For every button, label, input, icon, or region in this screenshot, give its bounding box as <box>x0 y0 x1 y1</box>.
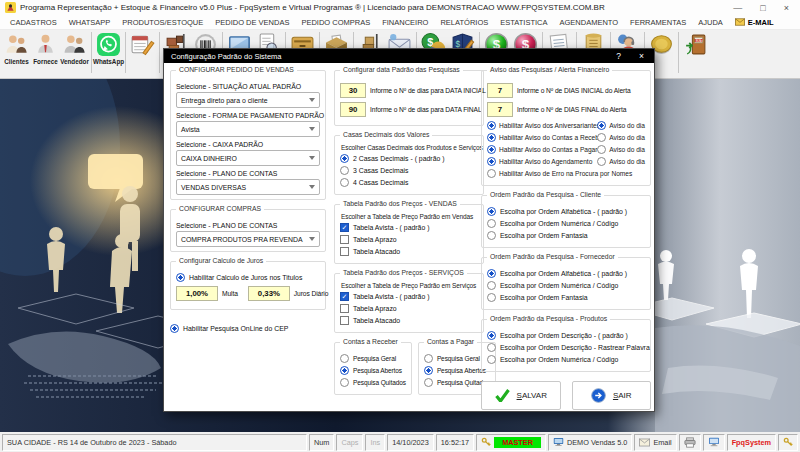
menu-item-financeiro[interactable]: FINANCEIRO <box>376 18 434 27</box>
menu-item-estatistica[interactable]: ESTATISTICA <box>494 18 553 27</box>
radio-escolha-por-ordem-num-rica-c-digo[interactable]: Escolha por Ordem Numérica / Código <box>487 355 645 364</box>
checkbox-tabela-atacado[interactable]: Tabela Atacado <box>340 247 478 256</box>
dropdown-selecione-situa-o-atual-padr-o[interactable]: Entrega direto para o cliente <box>176 92 320 108</box>
radio-control <box>487 145 496 154</box>
radio-escolha-por-ordem-num-rica-c-digo[interactable]: Escolha por Ordem Numérica / Código <box>487 219 645 228</box>
juros-diario-field[interactable]: 0,33% <box>248 286 290 301</box>
option-label: Escolha por Ordem Numérica / Código <box>500 282 618 289</box>
group-aviso-pesquisas: Aviso das Pesquisas / Alerta Financeiro … <box>481 70 651 186</box>
option-label: Tabela Avista - ( padrão ) <box>353 224 429 231</box>
toolbar-button-clients[interactable]: Clientes <box>2 30 31 65</box>
check-control <box>340 316 349 325</box>
sair-button[interactable]: SAIR <box>572 381 652 410</box>
dropdown-selecione-plano-de-contas[interactable]: VENDAS DIVERSAS <box>176 179 320 195</box>
radio-pesquisa-abertos[interactable]: Pesquisa Abertos <box>340 366 406 375</box>
radio-habilitar-aviso-do-contas-a-receber[interactable]: Habilitar Aviso do Contas a Receber <box>487 133 597 142</box>
toolbar-button-label: Clientes <box>4 58 29 65</box>
dropdown-selecione-plano-de-contas[interactable]: COMPRA PRODUTOS PRA REVENDA <box>176 231 320 247</box>
status-remote[interactable] <box>703 434 725 451</box>
radio-aviso-do-dia[interactable]: Aviso do dia <box>597 121 645 130</box>
menu-item-pedido-de-vendas[interactable]: PEDIDO DE VENDAS <box>209 18 295 27</box>
radio-3-casas-decimais[interactable]: 3 Casas Decimais <box>340 166 478 175</box>
dialog-close-button[interactable]: × <box>639 51 644 61</box>
menu-item-agendamento[interactable]: AGENDAMENTO <box>553 18 624 27</box>
dropdown-selecione-caixa-padr-o[interactable]: CAIXA DINHEIRO <box>176 150 320 166</box>
number-field[interactable]: 7 <box>487 83 513 98</box>
radio-escolha-por-ordem-alfab-tica-padr-o[interactable]: Escolha por Ordem Alfabética - ( padrão … <box>487 207 645 216</box>
status-printer[interactable] <box>679 434 701 451</box>
group-data-padrao-pesquisas: Configurar data Padrão das Pesquisas 30I… <box>334 70 484 126</box>
menu-item-ferramentas[interactable]: FERRAMENTAS <box>624 18 692 27</box>
multa-field[interactable]: 1,00% <box>176 286 218 301</box>
field-row: 30Informe o Nº de dias para DATA INICIAL <box>340 83 478 98</box>
group-tabela-precos-servicos: Tabela Padrão dos Preços - SERVIÇOS Esco… <box>334 273 484 333</box>
radio-control <box>487 331 496 340</box>
checkbox-tabela-aprazo[interactable]: Tabela Aprazo <box>340 235 478 244</box>
toolbar-button-calendar[interactable] <box>128 30 157 65</box>
radio-pesquisa-abertos[interactable]: Pesquisa Abertos <box>424 366 490 375</box>
field-label: Selecione - CAIXA PADRÃO <box>176 141 320 148</box>
radio-escolha-por-ordem-num-rica-c-digo[interactable]: Escolha por Ordem Numérica / Código <box>487 281 645 290</box>
toolbar-button-vendor[interactable]: Vendedor <box>60 30 89 65</box>
close-button[interactable]: × <box>784 3 789 13</box>
checkbox-tabela-avista-padr-o[interactable]: ✓Tabela Avista - ( padrão ) <box>340 223 478 232</box>
radio-pesquisa-online-cep[interactable]: Habilitar Pesquisa OnLine do CEP <box>170 324 326 333</box>
radio-escolha-por-ordem-alfab-tica-padr-o[interactable]: Escolha por Ordem Alfabética - ( padrão … <box>487 269 645 278</box>
option-label: Tabela Atacado <box>353 317 400 324</box>
menu-item-relat-rios[interactable]: RELATÓRIOS <box>434 18 494 27</box>
dialog-help-button[interactable]: ? <box>616 51 621 61</box>
radio-habilitar-aviso-do-agendamento[interactable]: Habilitar Aviso do Agendamento <box>487 157 597 166</box>
radio-pesquisa-geral[interactable]: Pesquisa Geral <box>424 354 490 363</box>
maximize-button[interactable]: □ <box>760 3 765 13</box>
radio-control <box>176 273 185 282</box>
number-field[interactable]: 7 <box>487 102 513 117</box>
status-caps: Caps <box>336 434 363 451</box>
radio-pesquisa-quitados[interactable]: Pesquisa Quitados <box>424 378 490 387</box>
number-field[interactable]: 30 <box>340 83 366 98</box>
menu-item-cadastros[interactable]: CADASTROS <box>4 18 63 27</box>
check-icon <box>495 389 510 402</box>
monitor-icon <box>553 437 564 447</box>
radio-escolha-por-ordem-fantasia[interactable]: Escolha por Ordem Fantasia <box>487 231 645 240</box>
option-label: Pesquisa Geral <box>353 355 396 362</box>
toolbar-button-label: Fornece <box>33 58 58 65</box>
radio-aviso-do-dia[interactable]: Aviso do dia <box>597 145 645 154</box>
radio-control <box>597 157 606 166</box>
radio-2-casas-decimais-padr-o[interactable]: 2 Casas Decimais - ( padrão ) <box>340 154 478 163</box>
radio-control <box>487 293 496 302</box>
menu-item-ajuda[interactable]: AJUDA <box>692 18 729 27</box>
menu-item-produtos-estoque[interactable]: PRODUTOS/ESTOQUE <box>116 18 209 27</box>
radio-4-casas-decimais[interactable]: 4 Casas Decimais <box>340 178 478 187</box>
radio-escolha-por-ordem-fantasia[interactable]: Escolha por Ordem Fantasia <box>487 293 645 302</box>
toolbar-button-exit[interactable]: EXIT <box>681 30 710 65</box>
radio-aviso-do-dia[interactable]: Aviso do dia <box>597 133 645 142</box>
number-field[interactable]: 90 <box>340 102 366 117</box>
monitor-icon <box>708 437 720 447</box>
dialog-titlebar[interactable]: Configuração Padrão do Sistema ? × <box>164 49 654 63</box>
menu-item-e-mail[interactable]: E-MAIL <box>729 18 780 27</box>
checkbox-tabela-avista-padr-o[interactable]: ✓Tabela Avista - ( padrão ) <box>340 292 478 301</box>
group-title: Contas a Receber <box>340 338 401 345</box>
radio-habilitar-aviso-dos-aniversariantes[interactable]: Habilitar Aviso dos Aniversariantes <box>487 121 597 130</box>
menu-item-whatsapp[interactable]: WHATSAPP <box>63 18 117 27</box>
minimize-button[interactable]: — <box>733 3 742 13</box>
radio-pesquisa-geral[interactable]: Pesquisa Geral <box>340 354 406 363</box>
radio-escolha-por-ordem-descri-o-rastrear-palavra[interactable]: Escolha por Ordem Descrição - Rastrear P… <box>487 343 645 352</box>
radio-escolha-por-ordem-descri-o-padr-o[interactable]: Escolha por Ordem Descrição - ( padrão ) <box>487 331 645 340</box>
checkbox-tabela-atacado[interactable]: Tabela Atacado <box>340 316 478 325</box>
radio-habilitar-calculo-juros[interactable]: Habilitar Calculo de Juros nos Titulos <box>176 273 320 282</box>
menu-item-pedido-compras[interactable]: PEDIDO COMPRAS <box>295 18 376 27</box>
toolbar-button-whatsapp[interactable]: WhatsApp <box>94 30 123 65</box>
group-ordem-pesquisa-fornecedor: Ordem Padrão da Pesquisa - Fornecedor Es… <box>481 257 651 310</box>
checkbox-tabela-aprazo[interactable]: Tabela Aprazo <box>340 304 478 313</box>
radio-habilitar-aviso-do-contas-a-pagar[interactable]: Habilitar Aviso do Contas a Pagar <box>487 145 597 154</box>
radio-habilitar-aviso-de-erro-na-procura-por-nomes[interactable]: Habilitar Aviso de Erro na Procura por N… <box>487 169 645 178</box>
toolbar-button-supplier[interactable]: Fornece <box>31 30 60 65</box>
dropdown-selecione-forma-de-pagamento-padr-o[interactable]: Avista <box>176 121 320 137</box>
clients-icon <box>4 32 29 57</box>
radio-control <box>487 219 496 228</box>
salvar-button[interactable]: SALVAR <box>481 381 561 410</box>
radio-aviso-do-dia[interactable]: Aviso do dia <box>597 157 645 166</box>
status-email[interactable]: Email <box>634 434 676 451</box>
radio-pesquisa-quitados[interactable]: Pesquisa Quitados <box>340 378 406 387</box>
